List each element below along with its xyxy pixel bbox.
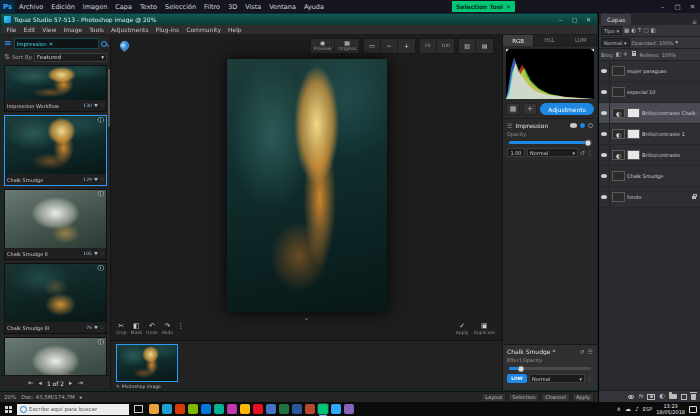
topaz-menu-image[interactable]: Image xyxy=(60,26,86,33)
layer-thumbnail[interactable] xyxy=(612,192,625,202)
topaz-titlebar[interactable]: Topaz Studio 57-513 - Photoshop image @ … xyxy=(1,14,597,25)
taskbar-app-5[interactable] xyxy=(201,404,211,414)
navigator-button[interactable]: ▭ xyxy=(364,39,381,53)
original-button[interactable]: ▦ Original xyxy=(335,39,359,53)
like-icon[interactable]: ♥ xyxy=(94,325,98,330)
apply-button[interactable]: Apply xyxy=(572,393,594,402)
filter-smart-icon[interactable]: ◧ xyxy=(651,28,656,34)
reset-icon[interactable]: ↺ xyxy=(580,150,585,156)
taskbar-app-2[interactable] xyxy=(162,404,172,414)
adjustments-button[interactable]: Adjustments xyxy=(540,103,594,115)
layer-row-brillo-contraste[interactable]: ◐ Brillo/contraste xyxy=(599,145,700,166)
taskbar-app-8[interactable] xyxy=(240,404,250,414)
panel-menu-icon[interactable]: ≡ xyxy=(689,18,700,25)
link-layers-icon[interactable] xyxy=(628,395,634,399)
filter-shape-icon[interactable]: ▢ xyxy=(643,28,648,34)
taskbar-app-4[interactable] xyxy=(188,404,198,414)
impression-opacity-slider[interactable] xyxy=(509,141,591,144)
info-icon[interactable]: ⓘ xyxy=(98,265,105,272)
selection-tool-notification[interactable]: Selection Tool ✕ xyxy=(452,1,515,12)
language-indicator[interactable]: ESP xyxy=(643,406,652,412)
filter-text-icon[interactable]: T xyxy=(638,28,641,34)
taskbar-app-6[interactable] xyxy=(214,404,224,414)
crop-button[interactable]: ✂ Crop xyxy=(116,323,127,336)
adjustment-layer-icon[interactable]: ◐ xyxy=(612,129,625,139)
drag-handle-icon[interactable]: ☰ xyxy=(507,123,512,129)
taskbar-app-1[interactable] xyxy=(149,404,159,414)
adjustment-layer-icon[interactable]: ◐ xyxy=(612,108,625,118)
ps-menu-seleccion[interactable]: Selección xyxy=(161,3,200,11)
taskbar-app-15[interactable] xyxy=(331,404,341,414)
like-icon[interactable]: ♥ xyxy=(94,177,98,182)
taskbar-clock[interactable]: 13:23 18/05/2018 xyxy=(656,403,685,416)
hamburger-icon[interactable]: ≡ xyxy=(4,39,12,48)
lock-all-icon[interactable] xyxy=(632,53,636,56)
zoom-in-button[interactable]: + xyxy=(398,39,415,53)
preset-search-input[interactable]: Impression ✕ xyxy=(14,38,99,49)
split-horizontal-button[interactable]: ▤ xyxy=(476,39,493,53)
filter-kind-select[interactable]: Tipo ▾ xyxy=(601,26,622,35)
preview-button[interactable]: ◉ Preview xyxy=(311,39,336,53)
ps-maximize-button[interactable]: ▢ xyxy=(670,0,685,13)
volume-icon[interactable]: ♪ xyxy=(635,406,639,412)
topaz-menu-adjustments[interactable]: Adjustments xyxy=(108,26,153,33)
taskbar-app-7[interactable] xyxy=(227,404,237,414)
solo-toggle-icon[interactable] xyxy=(588,123,593,128)
layer-row-mujer-paraguas[interactable]: mujer paraguas xyxy=(599,61,700,82)
pencil-icon[interactable]: ✎ xyxy=(116,384,120,389)
layer-row-chalk-smudge[interactable]: Chalk Smudge xyxy=(599,166,700,187)
topaz-menu-plugins[interactable]: Plug-ins xyxy=(152,26,183,33)
ps-close-button[interactable]: ✕ xyxy=(685,0,700,13)
favorite-icon[interactable]: ♡ xyxy=(100,325,104,330)
topaz-close-button[interactable]: ✕ xyxy=(583,16,594,23)
ps-menu-filtro[interactable]: Filtro xyxy=(200,3,224,11)
visibility-toggle[interactable] xyxy=(599,166,610,186)
filmstrip-thumbnail[interactable] xyxy=(116,344,178,382)
topaz-menu-help[interactable]: Help xyxy=(224,26,245,33)
visibility-toggle[interactable] xyxy=(599,103,610,123)
taskbar-app-12[interactable] xyxy=(292,404,302,414)
favorite-icon[interactable]: ♡ xyxy=(100,177,104,182)
notification-center-icon[interactable] xyxy=(689,406,697,413)
ps-menu-ayuda[interactable]: Ayuda xyxy=(300,3,328,11)
more-icon[interactable]: ⋮ xyxy=(587,376,593,382)
notification-close-icon[interactable]: ✕ xyxy=(506,3,511,10)
fit-zoom-button[interactable]: Fit xyxy=(420,39,437,53)
histogram-tab-hsl[interactable]: HSL xyxy=(534,35,565,46)
preset-card-impression-workflow[interactable]: Impression Workflow 130 ♥ ♡ xyxy=(4,65,107,112)
ps-menu-vista[interactable]: Vista xyxy=(241,3,265,11)
chip-close-icon[interactable]: ✕ xyxy=(49,41,54,47)
ps-minimize-button[interactable]: – xyxy=(655,0,670,13)
zoom-level[interactable]: 20% xyxy=(4,394,16,400)
impression-blend-mode-select[interactable]: Normal ▾ xyxy=(527,148,578,157)
search-icon[interactable] xyxy=(101,41,107,47)
artwork-preview[interactable] xyxy=(227,59,387,312)
adjustment-layer-icon[interactable]: ◐ xyxy=(659,393,665,400)
opacity-value[interactable]: 100% xyxy=(659,40,673,46)
mask-button[interactable]: ◧ Mask xyxy=(131,323,143,336)
ps-menu-texto[interactable]: Texto xyxy=(136,3,161,11)
visibility-toggle[interactable] xyxy=(599,187,610,207)
layer-row-brillo-contraste-1[interactable]: ◐ Brillo/contraste 1 xyxy=(599,124,700,145)
visibility-toggle[interactable] xyxy=(599,82,610,102)
strength-low-chip[interactable]: LOW xyxy=(507,374,527,383)
topaz-menu-file[interactable]: File xyxy=(3,26,20,33)
reset-icon[interactable]: ↺ xyxy=(580,349,585,355)
info-icon[interactable]: ⓘ xyxy=(98,339,105,346)
ps-menu-capa[interactable]: Capa xyxy=(111,3,136,11)
layer-row-fondo[interactable]: fondo xyxy=(599,187,700,208)
last-page-icon[interactable]: ⇥ xyxy=(77,379,82,387)
ps-menu-archivo[interactable]: Archivo xyxy=(15,3,47,11)
redo-button[interactable]: ↷ Redo xyxy=(162,323,173,336)
info-icon[interactable]: ⓘ xyxy=(98,191,105,198)
cloud-icon[interactable]: ☁ xyxy=(625,406,631,412)
channel-button[interactable]: Channel xyxy=(541,393,570,402)
new-group-icon[interactable] xyxy=(669,394,677,399)
first-page-icon[interactable]: ⇤ xyxy=(28,379,33,387)
task-view-icon[interactable] xyxy=(134,405,143,413)
visibility-toggle[interactable] xyxy=(599,124,610,144)
layer-thumbnail[interactable] xyxy=(612,87,625,97)
layer-mask-thumbnail[interactable] xyxy=(627,150,640,160)
topaz-menu-view[interactable]: View xyxy=(39,26,60,33)
add-mask-icon[interactable] xyxy=(647,394,655,400)
